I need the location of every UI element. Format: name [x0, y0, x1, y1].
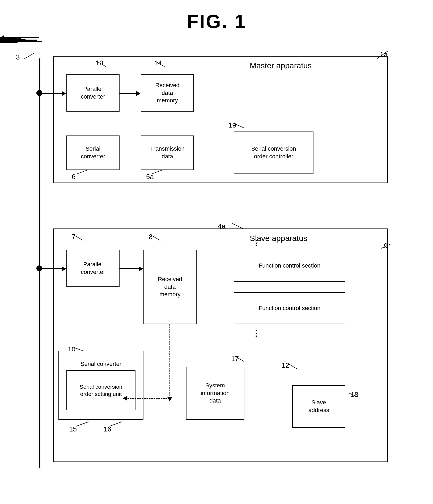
parallel-converter-bottom: Parallel converter [66, 250, 120, 287]
ref-19: 19 [228, 121, 236, 129]
serial-converter-bottom: Serial converter Serial conversion order… [58, 351, 143, 420]
bus-dot-top [36, 90, 42, 96]
ref-8: 8 [149, 233, 152, 241]
arrow-bus-to-parallel-bottom [40, 268, 66, 269]
function-control-2-label: Function control section [259, 304, 320, 312]
diagram: 3 Master apparatus 1a 13 14 Parallel con… [0, 37, 433, 504]
dashed-arrow-left [123, 396, 127, 401]
received-data-memory-top-label: Received data memory [155, 82, 180, 104]
parallel-converter-bottom-label: Parallel converter [81, 261, 105, 276]
ellipsis-top: ⋮ [252, 239, 261, 247]
function-control-section-1: Function control section [234, 250, 345, 282]
ref-12: 12 [282, 361, 289, 370]
ref-5a: 5a [146, 173, 154, 181]
ellipsis-bottom: ⋮ [252, 329, 261, 338]
serial-conversion-order-setting-label: Serial conversion order setting unit [79, 383, 122, 398]
serial-conversion-order-setting: Serial conversion order setting unit [66, 370, 135, 410]
parallel-converter-top-label: Parallel converter [81, 85, 105, 100]
slave-address-label: Slave address [308, 399, 329, 414]
serial-converter-top: Serial converter [66, 135, 120, 170]
function-control-1-label: Function control section [259, 262, 320, 270]
arrow-sc-to-bus-bottom [0, 42, 18, 43]
dashed-v-line [169, 324, 170, 399]
system-information-data: System information data [186, 367, 244, 420]
slave-address: Slave address [292, 385, 345, 428]
dashed-h-line [128, 398, 169, 399]
dashed-arrow-down [167, 397, 172, 401]
serial-converter-label: Serial converter [80, 360, 121, 368]
serial-conversion-order-controller-label: Serial conversion order controller [251, 145, 296, 160]
bus-line [39, 58, 40, 468]
arrow-parallel-to-rdm-top [120, 93, 140, 94]
ref-7: 7 [72, 233, 75, 241]
received-data-memory-bottom-label: Received data memory [158, 276, 182, 298]
ref-6: 6 [72, 173, 75, 181]
transmission-data-top-label: Transmission data [150, 145, 185, 160]
function-control-section-2: Function control section [234, 292, 345, 324]
page-title: FIG. 1 [0, 0, 433, 32]
ref-16: 16 [104, 425, 111, 433]
parallel-converter-top: Parallel converter [66, 74, 120, 112]
arrow-parallel-to-rdm-bottom [120, 268, 143, 269]
ref-4a: 4a [218, 222, 226, 230]
arrow-bus-to-parallel-top [40, 93, 66, 94]
transmission-data-top: Transmission data [141, 135, 194, 170]
received-data-memory-bottom: Received data memory [143, 250, 197, 324]
ref-3: 3 [16, 53, 20, 61]
serial-converter-top-label: Serial converter [81, 145, 105, 160]
serial-conversion-order-controller: Serial conversion order controller [234, 132, 313, 174]
received-data-memory-top: Received data memory [141, 74, 194, 112]
ref-15: 15 [69, 425, 77, 433]
system-information-data-label: System information data [201, 382, 230, 405]
master-apparatus-title: Master apparatus [250, 61, 312, 70]
bus-dot-bottom [36, 265, 42, 271]
